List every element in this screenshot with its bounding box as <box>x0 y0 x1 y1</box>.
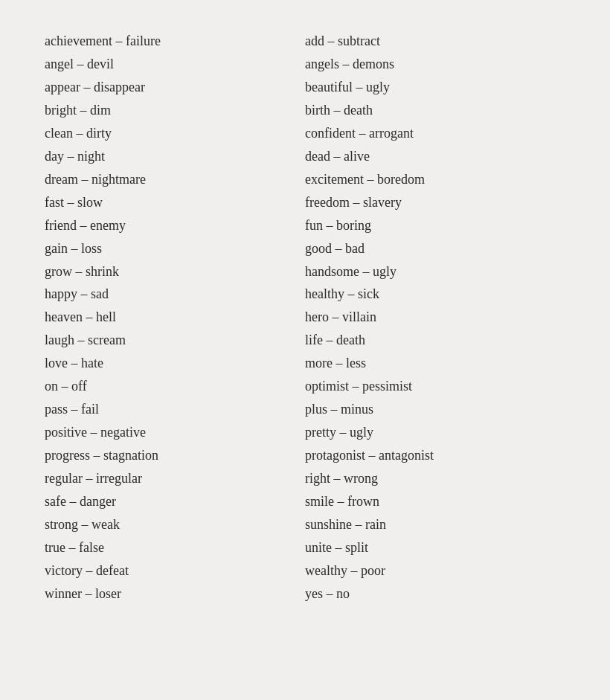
list-item: protagonist – antagonist <box>305 444 565 467</box>
list-item: right – wrong <box>305 467 565 490</box>
list-item: clean – dirty <box>45 122 305 145</box>
list-item: fun – boring <box>305 214 565 237</box>
list-item: day – night <box>45 145 305 168</box>
list-item: heaven – hell <box>45 306 305 329</box>
list-item: grow – shrink <box>45 260 305 283</box>
list-item: true – false <box>45 536 305 559</box>
list-item: dream – nightmare <box>45 168 305 191</box>
list-item: winner – loser <box>45 582 305 606</box>
list-item: angels – demons <box>305 53 565 76</box>
list-item: birth – death <box>305 99 565 122</box>
column-2: add – subtractangels – demonsbeautiful –… <box>305 30 565 606</box>
list-item: victory – defeat <box>45 559 305 582</box>
list-item: smile – frown <box>305 490 565 513</box>
list-item: excitement – boredom <box>305 168 565 191</box>
list-item: pass – fail <box>45 398 305 421</box>
list-item: good – bad <box>305 237 565 260</box>
list-item: friend – enemy <box>45 214 305 237</box>
list-item: healthy – sick <box>305 283 565 306</box>
list-item: dead – alive <box>305 145 565 168</box>
list-item: pretty – ugly <box>305 421 565 444</box>
list-item: regular – irregular <box>45 467 305 490</box>
list-item: more – less <box>305 352 565 375</box>
list-item: love – hate <box>45 352 305 375</box>
column-1: achievement – failureangel – devilappear… <box>45 30 305 606</box>
list-item: safe – danger <box>45 490 305 513</box>
list-item: confident – arrogant <box>305 122 565 145</box>
list-item: on – off <box>45 375 305 398</box>
list-item: yes – no <box>305 582 565 606</box>
list-item: add – subtract <box>305 30 565 53</box>
list-item: positive – negative <box>45 421 305 444</box>
list-item: happy – sad <box>45 283 305 306</box>
list-item: beautiful – ugly <box>305 76 565 99</box>
list-item: wealthy – poor <box>305 559 565 582</box>
list-item: sunshine – rain <box>305 513 565 536</box>
list-item: progress – stagnation <box>45 444 305 467</box>
list-item: fast – slow <box>45 191 305 214</box>
list-item: bright – dim <box>45 99 305 122</box>
list-item: appear – disappear <box>45 76 305 99</box>
list-item: hero – villain <box>305 306 565 329</box>
list-item: plus – minus <box>305 398 565 421</box>
list-item: laugh – scream <box>45 329 305 352</box>
list-item: angel – devil <box>45 53 305 76</box>
list-item: unite – split <box>305 536 565 559</box>
list-item: gain – loss <box>45 237 305 260</box>
list-item: freedom – slavery <box>305 191 565 214</box>
list-item: life – death <box>305 329 565 352</box>
word-pairs-content: achievement – failureangel – devilappear… <box>45 30 565 606</box>
list-item: strong – weak <box>45 513 305 536</box>
list-item: handsome – ugly <box>305 260 565 283</box>
list-item: optimist – pessimist <box>305 375 565 398</box>
list-item: achievement – failure <box>45 30 305 53</box>
